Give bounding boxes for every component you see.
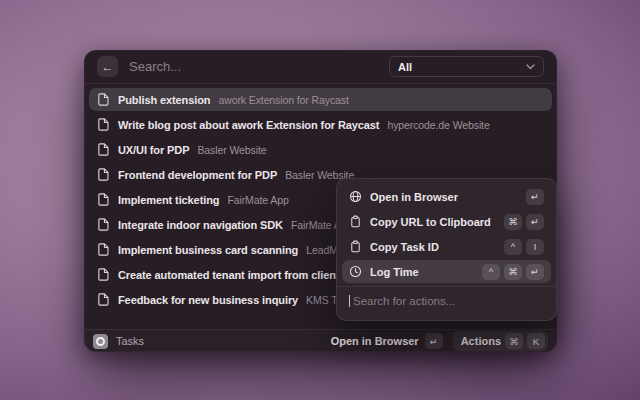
action-item-copy-task-id[interactable]: Copy Task ID ^ I (342, 235, 551, 258)
search-input[interactable]: Search... (129, 59, 378, 74)
document-icon (97, 243, 110, 256)
tasks-app-icon (93, 334, 108, 349)
list-item[interactable]: Write blog post about awork Extension fo… (89, 113, 552, 136)
arrow-left-icon: ← (102, 60, 114, 74)
return-key-icon: ↵ (425, 333, 443, 349)
status-bar: Tasks Open in Browser ↵ Actions ⌘ K (84, 329, 557, 352)
document-icon (97, 118, 110, 131)
action-search-placeholder: Search for actions... (353, 295, 455, 307)
actions-button[interactable]: Actions ⌘ K (453, 331, 548, 351)
task-subtitle: awork Extension for Raycast (218, 94, 348, 106)
action-label: Log Time (370, 266, 474, 278)
primary-action-label: Open in Browser (331, 335, 419, 347)
return-key-icon: ↵ (526, 214, 544, 230)
command-key-icon: ⌘ (504, 264, 522, 280)
document-icon (97, 268, 110, 281)
task-subtitle: Basler Website (197, 144, 266, 156)
globe-icon (349, 190, 362, 203)
clipboard-icon (349, 240, 362, 253)
return-key-icon: ↵ (526, 264, 544, 280)
task-title: Feedback for new business inquiry (118, 294, 298, 306)
task-title: Implement business card scanning (118, 244, 298, 256)
task-title: UX/UI for PDP (118, 144, 189, 156)
document-icon (97, 143, 110, 156)
command-name: Tasks (116, 335, 144, 347)
k-key-icon: K (527, 333, 545, 349)
task-title: Frontend development for PDP (118, 169, 277, 181)
task-subtitle: hypercode.de Website (387, 119, 489, 131)
actions-label: Actions (461, 335, 501, 347)
clock-icon (349, 265, 362, 278)
list-item[interactable]: UX/UI for PDP Basler Website (89, 138, 552, 161)
command-key-icon: ⌘ (505, 333, 523, 349)
document-icon (97, 218, 110, 231)
document-icon (97, 168, 110, 181)
action-panel: Open in Browser ↵ Copy URL to Clipboard … (336, 178, 557, 321)
task-subtitle: FairMate App (227, 194, 288, 206)
control-key-icon: ^ (504, 239, 522, 255)
list-item[interactable]: Publish extension awork Extension for Ra… (89, 88, 552, 111)
document-icon (97, 293, 110, 306)
action-label: Open in Browser (370, 191, 518, 203)
task-title: Publish extension (118, 94, 210, 106)
filter-dropdown[interactable]: All (389, 56, 544, 77)
back-button[interactable]: ← (97, 56, 118, 77)
action-label: Copy Task ID (370, 241, 496, 253)
chevron-down-icon (526, 64, 535, 70)
document-icon (97, 193, 110, 206)
document-icon (97, 93, 110, 106)
text-cursor (349, 295, 350, 307)
primary-action-button[interactable]: Open in Browser ↵ (331, 333, 443, 349)
command-key-icon: ⌘ (504, 214, 522, 230)
search-header: ← Search... All (84, 50, 557, 84)
task-title: Write blog post about awork Extension fo… (118, 119, 379, 131)
control-key-icon: ^ (482, 264, 500, 280)
action-label: Copy URL to Clipboard (370, 216, 496, 228)
action-item-log-time[interactable]: Log Time ^ ⌘ ↵ (342, 260, 551, 283)
action-item-copy-url[interactable]: Copy URL to Clipboard ⌘ ↵ (342, 210, 551, 233)
return-key-icon: ↵ (526, 189, 544, 205)
i-key-icon: I (526, 239, 544, 255)
task-title: Integrate indoor navigation SDK (118, 219, 283, 231)
clipboard-icon (349, 215, 362, 228)
task-title: Implement ticketing (118, 194, 219, 206)
action-item-open-in-browser[interactable]: Open in Browser ↵ (342, 185, 551, 208)
action-search-input[interactable]: Search for actions... (342, 287, 551, 314)
filter-dropdown-value: All (398, 61, 412, 73)
